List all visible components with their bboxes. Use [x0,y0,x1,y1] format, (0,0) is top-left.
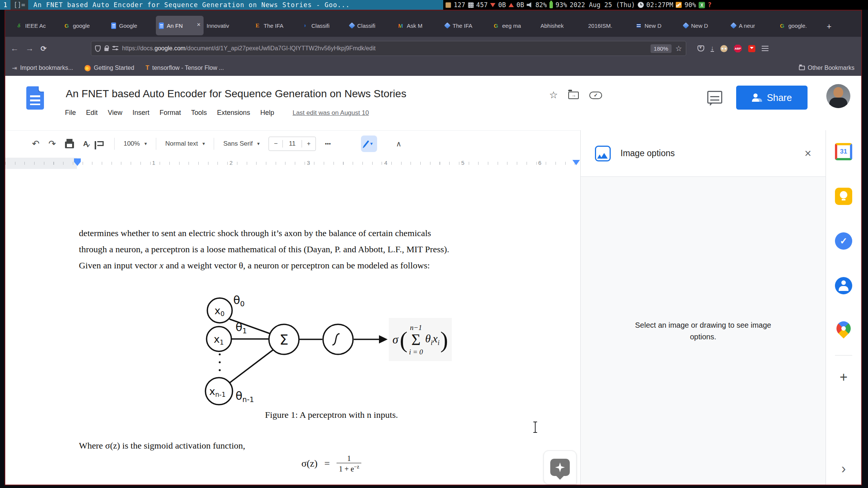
cloud-saved-icon[interactable] [589,92,602,99]
spellcheck-icon[interactable]: A [83,140,88,148]
tensorflow-icon: T [145,65,149,71]
redo-icon[interactable]: ↷ [48,139,56,149]
bookmark-getting-started[interactable]: Getting Started [85,65,134,71]
adblock-icon[interactable]: ABP [734,45,742,53]
navigation-bar: ← → ⟳ https://docs.google.com/document/d… [5,37,861,60]
horizontal-ruler[interactable]: 1 2 3 4 5 6 [5,158,580,169]
account-avatar[interactable] [826,84,850,108]
move-to-folder-icon[interactable]: → [568,92,579,99]
menu-view[interactable]: View [108,109,122,117]
page-zoom-badge[interactable]: 180% [651,44,672,53]
maps-icon[interactable] [833,318,854,339]
panel-title: Image options [620,148,795,158]
paint-format-icon[interactable] [97,141,104,146]
tracking-shield-icon[interactable] [95,45,101,52]
tab-google-search[interactable]: G google [60,16,108,35]
battery-value: 93% [556,1,567,9]
time-value: 02:27PM [646,1,673,9]
url-bar[interactable]: https://docs.google.com/document/d/1Y_ap… [91,41,686,56]
tab-close-icon[interactable]: × [197,21,201,29]
tab-new-doc-1[interactable]: New D [633,16,681,35]
undo-icon[interactable]: ↶ [32,139,39,149]
google-docs-app: An FNET based Auto Encoder for Sequence … [5,76,861,485]
right-indent-marker[interactable] [572,160,580,165]
bookmark-tensorflow[interactable]: T tensorflow - Tensor Flow ... [145,65,224,71]
tab-abhishek[interactable]: Abhishek [537,16,585,35]
contacts-icon[interactable] [835,277,852,294]
font-size-increase[interactable]: + [302,140,315,148]
google-docs-logo[interactable] [26,86,44,110]
gemini-sparkle-button[interactable] [550,459,570,476]
sigmoid-intro-text[interactable]: Where σ(z) is the sigmoid activation fun… [79,441,245,451]
tab-2016ism[interactable]: 2016ISM. [585,16,633,35]
menu-help[interactable]: Help [260,109,274,117]
tab-innovative[interactable]: Innovativ [204,16,251,35]
reload-button[interactable]: ⟳ [41,44,47,53]
download-arrow-icon [490,3,495,7]
tab-the-ifa[interactable]: E The IFA [251,16,299,35]
menu-tools[interactable]: Tools [191,109,207,117]
tab-ieee-access[interactable]: δ IEEE Ac [13,16,60,35]
menu-format[interactable]: Format [160,109,181,117]
calendar-icon[interactable]: 31 [835,143,852,160]
tab-classification-2[interactable]: Classifi [347,16,394,35]
left-indent-marker[interactable] [74,158,81,162]
figure-caption[interactable]: Figure 1: A perceptron with n inputs. [79,410,584,420]
print-icon[interactable] [65,142,74,148]
new-tab-button[interactable]: + [827,22,832,32]
url-text[interactable]: https://docs.google.com/document/d/1Y_ap… [122,45,647,52]
tab-classification-1[interactable]: ◗ Classifi [299,16,347,35]
tab-new-doc-2[interactable]: New D [681,16,728,35]
tab-eeg[interactable]: G eeg ma [490,16,537,35]
editing-mode-button[interactable]: ▾ [361,136,377,152]
back-button[interactable]: ← [11,44,19,53]
clock-icon [638,2,644,8]
tab-gmail[interactable]: M Ask M [394,16,442,35]
forward-button[interactable]: → [26,44,34,53]
menu-extensions[interactable]: Extensions [217,109,250,117]
document-paragraph[interactable]: determines whether to sent an electric s… [79,225,584,274]
tab-active-fnet-doc[interactable]: An FN × [156,16,204,35]
menu-edit[interactable]: Edit [86,109,98,117]
star-document-icon[interactable]: ☆ [549,89,558,101]
open-comments-icon[interactable] [707,91,722,104]
keep-icon[interactable] [835,188,852,205]
font-family-select[interactable]: Sans Serif ▾ [223,140,260,148]
tab-the-ifa-2[interactable]: The IFA [442,16,490,35]
tab-google-2[interactable]: G google. [776,16,824,35]
bookmark-import[interactable]: ⇥ Import bookmarks... [12,65,73,72]
menu-hamburger-icon[interactable] [762,46,768,51]
zoom-select[interactable]: 100% ▾ [124,140,147,148]
extension-avatar-icon[interactable] [720,45,728,52]
sigmoid-formula[interactable]: σ(z) = 1 1 + e−z [79,454,584,473]
dislike-extension-icon[interactable] [748,45,755,52]
tab-a-neural[interactable]: A neur [728,16,776,35]
collapse-strip-chevron[interactable]: › [841,462,846,476]
other-bookmarks[interactable]: Other Bookmarks [799,65,854,71]
paragraph-style-select[interactable]: Normal text ▾ [165,140,205,148]
menu-insert[interactable]: Insert [133,109,149,117]
focused-window-title: An FNET based Auto Encoder for Sequence … [28,0,443,10]
perceptron-figure[interactable]: x0 x1 xn-1 θ0 θ1 θn-1 Σ [201,286,389,410]
bookmark-star-icon[interactable]: ☆ [675,44,682,53]
font-size-value[interactable]: 11 [282,140,302,148]
last-edit-link[interactable]: Last edit was on August 10 [293,109,369,117]
tab-google-docs[interactable]: Google [108,16,156,35]
document-title[interactable]: An FNET based Auto Encoder for Sequence … [66,88,406,100]
sparkle-icon [555,462,565,472]
collapse-toolbar-icon[interactable]: ∧ [396,139,402,148]
tasks-icon[interactable]: ✓ [835,232,852,250]
people-icon [752,93,762,102]
share-button[interactable]: Share [736,86,808,110]
close-icon[interactable]: × [805,147,811,160]
menu-file[interactable]: File [65,109,76,117]
downloads-icon[interactable]: ↓ [711,45,714,52]
lock-icon[interactable] [104,48,109,51]
add-addon-button[interactable]: + [839,371,847,384]
permissions-icon[interactable] [112,46,118,51]
font-size-decrease[interactable]: − [269,140,282,148]
more-options-icon[interactable]: ••• [325,140,331,147]
layout-indicator[interactable]: []= [11,0,28,10]
workspace-indicator[interactable]: 1 [0,0,11,10]
pocket-icon[interactable] [697,45,704,51]
